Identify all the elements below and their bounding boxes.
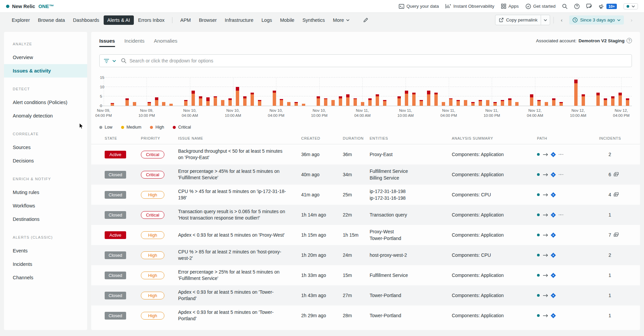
terminal-icon xyxy=(399,4,404,9)
bar-segment-critical xyxy=(427,91,430,94)
bar-segment-high xyxy=(317,98,320,106)
y-axis-label: 10 xyxy=(100,85,104,89)
issue-row[interactable]: ActiveHighApdex < 0.93 for at least 5 mi… xyxy=(91,225,640,245)
nav-item-infrastructure[interactable]: Infrastructure xyxy=(221,15,257,25)
created-cell: 1h 14m ago xyxy=(301,212,343,218)
sidebar-item-anomaly-detection[interactable]: Anomaly detection xyxy=(4,109,87,123)
tab-anomalies[interactable]: Anomalies xyxy=(154,38,177,46)
bar-slot xyxy=(388,78,396,106)
sidebar-item-destinations[interactable]: Destinations xyxy=(4,212,87,226)
stacked-bar xyxy=(471,102,475,106)
priority-cell: Critical xyxy=(141,151,178,158)
query-your-data-button[interactable]: Query your data xyxy=(399,4,439,9)
bar-segment-high xyxy=(287,102,290,106)
bar-segment-high xyxy=(405,94,408,106)
tab-issues[interactable]: Issues xyxy=(99,38,115,47)
time-forward-button[interactable]: › xyxy=(627,16,636,25)
sidebar-item-incidents[interactable]: Incidents xyxy=(4,257,87,271)
nav-item-alerts-ai[interactable]: Alerts & AI xyxy=(104,15,134,25)
incidents-count: 4 xyxy=(607,192,611,197)
incidents-cell: 1 xyxy=(599,212,620,218)
nav-item-synthetics[interactable]: Synthetics xyxy=(299,15,329,25)
sidebar-item-alert-conditions-policies[interactable]: Alert conditions (Policies) xyxy=(4,96,87,109)
sidebar-item-decisions[interactable]: Decisions xyxy=(4,154,87,167)
issue-row[interactable]: ClosedHighError percentage > 25% for at … xyxy=(91,265,640,285)
legend-item-low[interactable]: Low xyxy=(99,125,112,130)
new-relic-logo[interactable]: New Relic ONE™ xyxy=(6,4,54,9)
issue-row[interactable]: ActiveCriticalBackground throughput < 50… xyxy=(91,144,640,164)
search-input[interactable] xyxy=(129,58,628,63)
tab-incidents[interactable]: Incidents xyxy=(124,38,145,46)
nav-item-logs[interactable]: Logs xyxy=(258,15,276,25)
feedback-button[interactable] xyxy=(586,4,592,9)
nav-item-errors-inbox[interactable]: Errors Inbox xyxy=(135,15,168,25)
global-search-button[interactable] xyxy=(562,4,568,9)
nav-item-mobile[interactable]: Mobile xyxy=(276,15,298,25)
issue-diamond-icon xyxy=(551,192,556,197)
x-axis-label: Nov 12, 04:00 PM xyxy=(613,108,630,118)
bar-slot xyxy=(352,78,359,106)
copy-permalink-button[interactable]: Copy permalink xyxy=(495,15,550,25)
issue-row[interactable]: ClosedCriticalTransaction query result i… xyxy=(91,205,640,225)
sidebar-item-muting-rules[interactable]: Muting rules xyxy=(4,186,87,199)
edit-nav-button[interactable] xyxy=(363,17,368,22)
announcements-button[interactable]: 10+ xyxy=(599,4,617,9)
nav-item-apm[interactable]: APM xyxy=(176,15,194,25)
bar-segment-high xyxy=(111,104,114,106)
bar-segment-high xyxy=(552,100,555,106)
filter-chevron-icon[interactable] xyxy=(112,60,116,62)
sidebar-item-sources[interactable]: Sources xyxy=(4,141,87,154)
incidents-cell: 1 xyxy=(599,313,620,318)
issue-row[interactable]: ClosedHighApdex < 0.93 for at least 5 mi… xyxy=(91,305,640,326)
bar-segment-high xyxy=(508,100,512,106)
sidebar-item-workflows[interactable]: Workflows xyxy=(4,199,87,212)
nav-item-browse-data[interactable]: Browse data xyxy=(34,15,69,25)
time-back-button[interactable]: ‹ xyxy=(557,16,566,25)
issue-row[interactable]: ClosedCriticalError percentage > 45% for… xyxy=(91,164,640,185)
sidebar-item-channels[interactable]: Channels xyxy=(4,271,87,284)
bar-slot xyxy=(425,78,432,106)
nav-item-dashboards[interactable]: Dashboards xyxy=(69,15,103,25)
legend-item-medium[interactable]: Medium xyxy=(121,125,141,130)
account-help-icon[interactable]: ? xyxy=(627,38,632,43)
nav-item-explorer[interactable]: Explorer xyxy=(8,15,34,25)
bar-slot xyxy=(580,78,587,106)
help-button[interactable] xyxy=(574,4,580,9)
sidebar-item-overview[interactable]: Overview xyxy=(4,51,87,64)
diamond-inner xyxy=(552,154,554,155)
issue-row[interactable]: ClosedHighCPU % > 45 for at least 5 minu… xyxy=(91,185,640,205)
nav-item-browser[interactable]: Browser xyxy=(195,15,220,25)
instant-observability-button[interactable]: Instant Observability xyxy=(445,4,494,9)
grid-icon xyxy=(501,4,506,9)
stacked-bar xyxy=(376,94,379,106)
created-cell: 1h 43m ago xyxy=(301,293,343,298)
filter-icon[interactable] xyxy=(104,59,109,63)
time-picker-button[interactable]: Since 3 days ago xyxy=(569,15,624,25)
stacked-bar xyxy=(287,102,290,106)
legend-item-high[interactable]: High xyxy=(150,125,164,130)
signal-donut-icon xyxy=(537,193,540,196)
get-started-button[interactable]: Get started xyxy=(526,4,556,9)
created-cell: 41m ago xyxy=(301,192,343,197)
stacked-bar xyxy=(221,100,224,106)
entities-cell: ip-172-31-18-198ip-172-31-16-198 xyxy=(370,188,452,202)
bar-slot xyxy=(344,78,352,106)
user-menu-button[interactable] xyxy=(624,3,638,9)
bar-segment-high xyxy=(582,96,585,106)
created-cell: 1h 33m ago xyxy=(301,273,343,278)
stacked-bar xyxy=(184,100,187,106)
sidebar-item-issues-activity[interactable]: Issues & activity xyxy=(4,64,87,78)
bar-slot xyxy=(116,78,123,106)
created-cell: 2h 29m ago xyxy=(301,313,343,318)
stacked-bar xyxy=(214,96,217,106)
copy-permalink-menu-button[interactable] xyxy=(541,15,550,25)
sidebar-item-events[interactable]: Events xyxy=(4,244,87,257)
bar-slot xyxy=(432,78,440,106)
nav-item-more[interactable]: More xyxy=(329,15,353,25)
bar-slot xyxy=(190,78,197,106)
bar-segment-high xyxy=(479,101,482,106)
issue-row[interactable]: ClosedHighCPU % > 85 for at least 2 minu… xyxy=(91,245,640,265)
legend-item-critical[interactable]: Critical xyxy=(173,125,191,130)
issue-row[interactable]: ClosedHighApdex < 0.93 for at least 5 mi… xyxy=(91,285,640,305)
apps-button[interactable]: Apps xyxy=(501,4,519,9)
